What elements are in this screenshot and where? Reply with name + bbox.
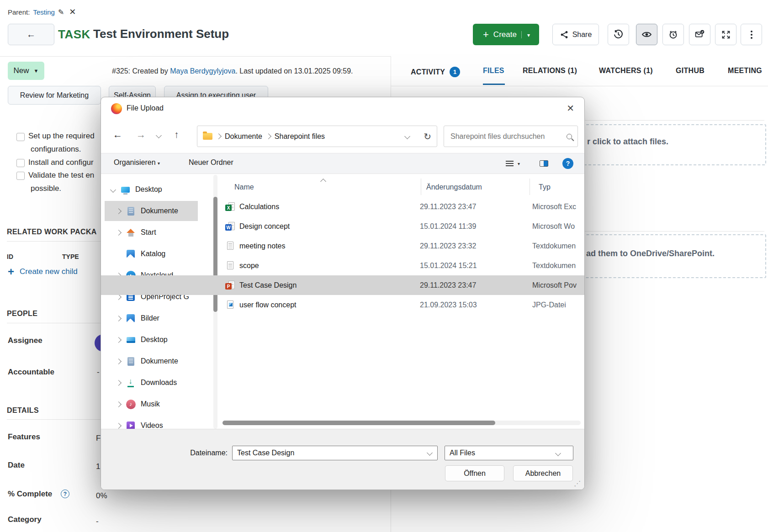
nav-recent-chevron-icon[interactable] [156,132,162,138]
column-separator[interactable] [530,179,530,195]
notify-button[interactable] [689,24,710,45]
view-options-caret-icon[interactable]: ▾ [518,161,520,166]
file-row-scope[interactable]: scope 15.01.2024 15:21 Textdokumen [101,256,584,275]
date-value[interactable]: 1 [96,462,100,471]
tree-item-musik[interactable]: ♪Musik [105,394,198,414]
nav-back-icon[interactable]: ← [113,129,122,140]
checklist-checkbox-3[interactable] [16,172,25,180]
chevron-right-icon[interactable] [116,380,122,386]
column-header-type[interactable]: Typ [539,183,551,191]
tree-label: Bilder [141,314,159,322]
related-col-type[interactable]: TYPE [62,253,79,260]
create-button[interactable]: + Create ▾ [473,24,539,45]
tab-label: ACTIVITY [411,68,445,76]
chevron-down-icon[interactable] [110,187,116,193]
organize-menu[interactable]: Organisieren ▾ [114,158,160,167]
tab-watchers[interactable]: WATCHERS (1) [599,67,653,75]
author-link[interactable]: Maya Berdygylyjova [170,67,235,75]
remove-parent-icon[interactable]: ✕ [69,7,76,17]
file-row-calculations[interactable]: X Calculations 29.11.2023 23:47 Microsof… [101,197,584,216]
category-value[interactable]: - [96,517,99,526]
percent-complete-help-icon[interactable]: ? [61,490,69,498]
tab-github[interactable]: GITHUB [676,67,704,75]
dialog-title: File Upload [127,104,164,112]
list-scrollbar-track[interactable] [222,421,581,425]
tree-item-downloads[interactable]: Downloads [105,373,198,393]
related-col-id[interactable]: ID [7,253,13,260]
chevron-right-icon[interactable] [116,423,122,429]
storage-hint-text: ad them to OneDrive/SharePoint. [586,249,715,258]
status-dropdown[interactable]: New ▼ [8,62,44,80]
breadcrumb-separator-icon [216,133,222,139]
file-row-design-concept[interactable]: W Design concept 15.01.2024 11:39 Micros… [101,216,584,236]
tree-item-desktop-folder[interactable]: Desktop [105,330,198,350]
chevron-right-icon[interactable] [116,316,122,321]
parent-link[interactable]: Testing [33,8,55,16]
breadcrumb-dokumente[interactable]: Dokumente [225,132,262,141]
tab-files[interactable]: FILES [483,67,504,75]
file-row-meeting-notes[interactable]: meeting notes 29.11.2023 23:32 Textdokum… [101,236,584,256]
eye-icon [641,29,652,40]
file-row-user-flow-concept[interactable]: user flow concept 21.09.2023 15:03 JPG-D… [101,295,584,315]
activity-history-button[interactable] [608,24,629,45]
chevron-right-icon[interactable] [116,337,122,343]
resize-grip[interactable]: ⋰ [574,479,581,488]
accountable-value[interactable]: - [97,368,100,377]
address-bar[interactable]: Dokumente Sharepoint files ↻ [197,126,437,147]
percent-complete-value[interactable]: 0% [96,491,107,500]
address-dropdown-chevron-icon[interactable] [404,133,410,139]
search-icon[interactable] [567,134,572,139]
more-menu-button[interactable] [741,24,762,45]
tab-meeting[interactable]: MEETING [728,67,762,75]
file-name: Calculations [239,203,420,211]
fullscreen-button[interactable] [715,24,736,45]
features-value[interactable]: F [96,434,101,443]
desktop-folder-icon [125,335,136,345]
checklist-checkbox-2[interactable] [16,159,25,167]
edit-parent-icon[interactable]: ✎ [58,8,64,16]
nav-up-icon[interactable]: ↑ [174,129,179,140]
filetype-select[interactable]: All Files [445,446,573,460]
chevron-right-icon[interactable] [116,358,122,364]
music-icon: ♪ [125,399,136,409]
preview-pane-icon[interactable] [540,160,548,167]
chevron-right-icon[interactable] [116,401,122,407]
new-folder-button[interactable]: Neuer Ordner [189,158,233,167]
review-for-marketing-button[interactable]: Review for Marketing [8,86,101,105]
file-type: Textdokumen [532,262,576,270]
file-date: 15.01.2024 11:39 [420,222,532,231]
accountable-label: Accountable [8,368,54,377]
tab-relations[interactable]: RELATIONS (1) [523,67,577,75]
file-row-test-case-design[interactable]: P Test Case Design 29.11.2023 23:47 Micr… [101,275,584,295]
view-list-icon[interactable] [506,161,514,166]
filename-input[interactable] [232,446,438,460]
tree-item-dokumente-2[interactable]: Dokumente [105,351,198,371]
column-separator[interactable] [421,179,421,195]
checklist-checkbox-1[interactable] [16,133,25,141]
tree-label: Desktop [135,185,162,194]
file-upload-dialog: File Upload ✕ ← → ↑ Dokumente Sharepoint… [101,97,585,490]
cancel-button[interactable]: Abbrechen [513,465,573,481]
list-scrollbar-thumb[interactable] [222,421,495,425]
dialog-titlebar[interactable]: File Upload ✕ [101,97,584,120]
nav-forward-icon[interactable]: → [136,129,146,140]
back-button[interactable]: ← [8,24,54,45]
share-label: Share [572,31,592,39]
breadcrumb-sharepoint-files[interactable]: Sharepoint files [275,132,325,141]
tab-activity[interactable]: ACTIVITY 1 [411,67,460,77]
reminder-button[interactable] [662,24,684,45]
dialog-close-icon[interactable]: ✕ [567,103,574,114]
firefox-icon [111,103,122,114]
column-header-name[interactable]: Name [234,183,254,191]
features-label: Features [8,432,40,442]
refresh-icon[interactable]: ↻ [424,131,431,142]
create-new-child-link[interactable]: + Create new child [8,267,78,276]
create-caret-icon[interactable]: ▾ [521,31,536,38]
column-header-date[interactable]: Änderungsdatum [426,183,482,191]
file-name: scope [239,262,420,270]
open-button[interactable]: Öffnen [445,465,504,481]
search-input[interactable] [450,132,567,141]
watch-button[interactable] [636,24,657,45]
share-button[interactable]: Share [552,24,599,45]
help-icon[interactable]: ? [562,158,573,169]
